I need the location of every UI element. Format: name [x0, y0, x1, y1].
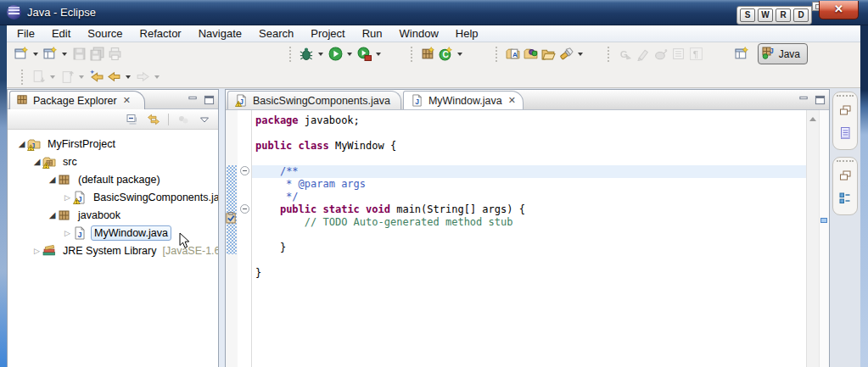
- window-title: Java - Eclipse: [27, 6, 96, 19]
- restore-button[interactable]: [838, 103, 852, 120]
- marker-bar[interactable]: [226, 110, 238, 367]
- capture-button-d[interactable]: D: [793, 8, 809, 22]
- tree-item-myfirstproject[interactable]: ◢JMyFirstProject: [8, 135, 218, 153]
- menu-item-refactor[interactable]: Refactor: [132, 26, 190, 41]
- link-with-editor-button[interactable]: [145, 112, 162, 127]
- new-class-dropdown-arrow[interactable]: [457, 53, 462, 56]
- run-button[interactable]: [327, 46, 344, 62]
- search-button[interactable]: [557, 46, 575, 62]
- code-editor[interactable]: package javabook; public class MyWindow …: [252, 110, 806, 367]
- menu-item-window[interactable]: Window: [391, 26, 447, 41]
- editor-area: JBasicSwingComponents.javaJMyWindow.java…: [225, 89, 830, 367]
- new-wizard-button[interactable]: [13, 46, 31, 62]
- close-view-icon[interactable]: ✕: [123, 95, 131, 106]
- overview-ruler[interactable]: [819, 110, 829, 367]
- open-package-button[interactable]: [522, 46, 540, 62]
- tree-item-decorator: [JavaSE-1.6: [162, 245, 218, 257]
- toolbar-drag-handle[interactable]: [21, 70, 24, 85]
- toolbar-group: A: [491, 46, 586, 62]
- toolbar-drag-handle[interactable]: [608, 47, 610, 62]
- open-perspective-button[interactable]: [733, 46, 751, 62]
- expand-arrow-icon[interactable]: ▷: [62, 193, 73, 202]
- run-external-tools-button[interactable]: [356, 46, 373, 62]
- editor-tab-mywindow-java[interactable]: JMyWindow.java✕: [403, 91, 524, 109]
- fold-collapse-icon[interactable]: [240, 166, 249, 175]
- debug-dropdown-arrow[interactable]: [318, 53, 323, 56]
- next-annotation-button: [30, 69, 48, 85]
- new-java-project-2-button[interactable]: [419, 46, 437, 62]
- minimize-view-button[interactable]: [188, 93, 199, 108]
- toolbar-drag-handle[interactable]: [496, 47, 498, 62]
- tree-item-src[interactable]: ◢src: [8, 153, 218, 170]
- menu-item-search[interactable]: Search: [250, 26, 302, 41]
- stack-drag-handle[interactable]: [837, 160, 854, 163]
- new-java-project-dropdown-arrow[interactable]: [62, 53, 67, 56]
- new-java-project-button[interactable]: [42, 46, 59, 62]
- capture-button-r[interactable]: R: [776, 8, 791, 22]
- search-dropdown-arrow[interactable]: [578, 53, 583, 56]
- last-edit-location-button[interactable]: [87, 69, 105, 85]
- toolbar-drag-handle[interactable]: [411, 47, 413, 62]
- menu-item-run[interactable]: Run: [354, 26, 391, 41]
- menu-item-source[interactable]: Source: [79, 26, 131, 41]
- fold-collapse-icon[interactable]: [240, 204, 249, 214]
- run-external-tools-dropdown-arrow[interactable]: [376, 53, 381, 56]
- collapse-arrow-icon[interactable]: ◢: [31, 157, 42, 166]
- menu-item-help[interactable]: Help: [447, 26, 487, 41]
- package-explorer-tab[interactable]: Package Explorer ✕: [9, 91, 145, 109]
- expand-arrow-icon[interactable]: ▷: [62, 229, 73, 237]
- mouse-cursor: [179, 232, 190, 249]
- editor-tab-basicswingcomponents-java[interactable]: JBasicSwingComponents.java: [227, 91, 401, 109]
- menu-item-project[interactable]: Project: [302, 26, 353, 41]
- collapse-arrow-icon[interactable]: ◢: [16, 139, 27, 148]
- tree-item-javabook[interactable]: ◢javabook: [8, 206, 218, 224]
- menu-item-navigate[interactable]: Navigate: [190, 26, 250, 41]
- capture-button-w[interactable]: W: [758, 8, 773, 22]
- title-bar[interactable]: Java - Eclipse SWRD ✕: [0, 0, 868, 25]
- highlighter-button: [634, 46, 652, 62]
- tree-item-default-package[interactable]: ◢(default package): [8, 170, 218, 188]
- capture-button-s[interactable]: S: [740, 8, 755, 22]
- task-marker-icon[interactable]: [226, 212, 237, 224]
- print-button: [106, 46, 124, 62]
- tree-item-label: src: [60, 155, 80, 169]
- minimize-editor-button[interactable]: [798, 93, 809, 108]
- overview-annotation-marker[interactable]: [820, 218, 827, 223]
- collapse-all-button[interactable]: [124, 112, 141, 127]
- open-type-icon: A: [506, 47, 520, 61]
- save-all-button: [88, 46, 106, 62]
- menu-item-edit[interactable]: Edit: [43, 26, 79, 41]
- open-type-button[interactable]: A: [504, 46, 522, 62]
- new-wizard-dropdown-arrow[interactable]: [33, 53, 38, 56]
- toolbar-group: C: [406, 46, 466, 62]
- debug-button[interactable]: [298, 46, 316, 62]
- back-dropdown-arrow[interactable]: [126, 75, 131, 79]
- close-button[interactable]: ✕: [819, 1, 859, 19]
- stack-drag-handle[interactable]: [837, 95, 854, 97]
- outline-button[interactable]: [838, 192, 852, 209]
- task-list-button[interactable]: [838, 126, 852, 143]
- view-menu-button[interactable]: [196, 112, 213, 127]
- new-class-button[interactable]: C: [437, 46, 455, 62]
- expand-arrow-icon[interactable]: ▷: [31, 247, 42, 255]
- close-tab-icon[interactable]: ✕: [508, 95, 516, 106]
- editor-scrollbar[interactable]: [806, 110, 819, 367]
- tree-item-label: (default package): [76, 173, 163, 186]
- collapse-arrow-icon[interactable]: ◢: [47, 210, 58, 220]
- back-button[interactable]: [105, 69, 123, 85]
- tree-item-basicswingcomponents-java[interactable]: ▷JBasicSwingComponents.java: [8, 188, 218, 206]
- open-resource-button[interactable]: [540, 46, 557, 62]
- scroll-up-icon[interactable]: [809, 117, 816, 121]
- toolbar-drag-handle[interactable]: [289, 47, 292, 62]
- menu-item-file[interactable]: File: [8, 26, 43, 41]
- java-perspective-button[interactable]: J Java: [758, 43, 808, 64]
- restore-button[interactable]: [838, 169, 852, 186]
- run-dropdown-arrow[interactable]: [347, 53, 352, 56]
- sash-divider[interactable]: [219, 89, 225, 367]
- collapse-arrow-icon[interactable]: ◢: [47, 175, 58, 184]
- save-all-icon: [90, 47, 104, 61]
- maximize-editor-button[interactable]: [815, 93, 826, 108]
- show-source-button: [669, 46, 687, 62]
- maximize-view-button[interactable]: [204, 93, 215, 108]
- folding-ruler[interactable]: [238, 110, 252, 367]
